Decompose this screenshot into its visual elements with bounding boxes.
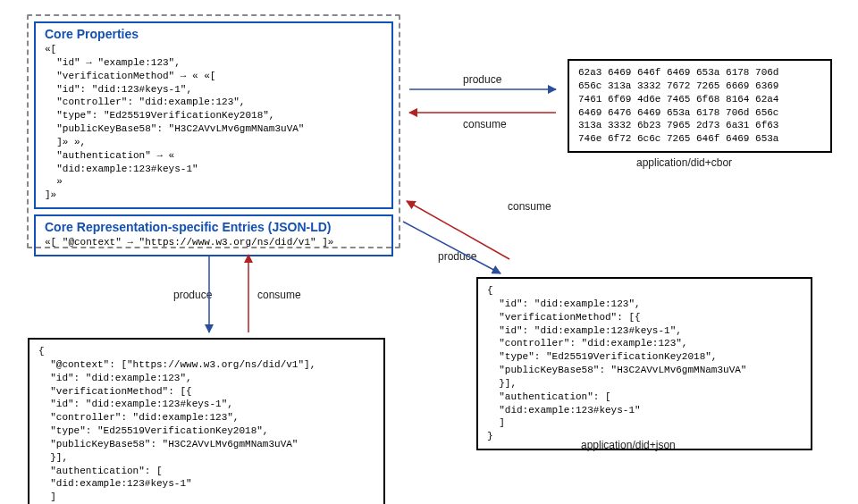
consume-label-left: consume [257,289,301,301]
json-body: { "id": "did:example:123", "verification… [487,284,802,443]
core-rep-box: Core Representation-specific Entries (JS… [34,214,393,256]
core-rep-body: «[ "@context" → "https://www.w3.org/ns/d… [45,236,383,249]
arrow-produce-json [403,222,500,273]
core-container: Core Properties «[ "id" → "example:123",… [27,14,400,248]
cbor-body: 62a3 6469 646f 6469 653a 6178 706d 656c … [578,66,821,146]
core-properties-body: «[ "id" → "example:123", "verificationMe… [45,43,383,202]
produce-label-mid: produce [438,250,476,263]
consume-label-mid: consume [508,200,551,213]
consume-label-top: consume [463,118,507,130]
cbor-caption: application/did+cbor [636,156,732,169]
produce-label-left: produce [173,289,212,301]
core-rep-title: Core Representation-specific Entries (JS… [45,220,383,234]
jsonld-body: { "@context": ["https://www.w3.org/ns/di… [38,345,374,504]
jsonld-box: { "@context": ["https://www.w3.org/ns/di… [28,338,385,504]
json-caption: application/did+json [581,439,676,451]
cbor-box: 62a3 6469 646f 6469 653a 6178 706d 656c … [568,59,832,153]
core-properties-box: Core Properties «[ "id" → "example:123",… [34,21,393,209]
json-box: { "id": "did:example:123", "verification… [476,277,812,450]
produce-label-top: produce [463,73,501,86]
core-properties-title: Core Properties [45,27,383,41]
